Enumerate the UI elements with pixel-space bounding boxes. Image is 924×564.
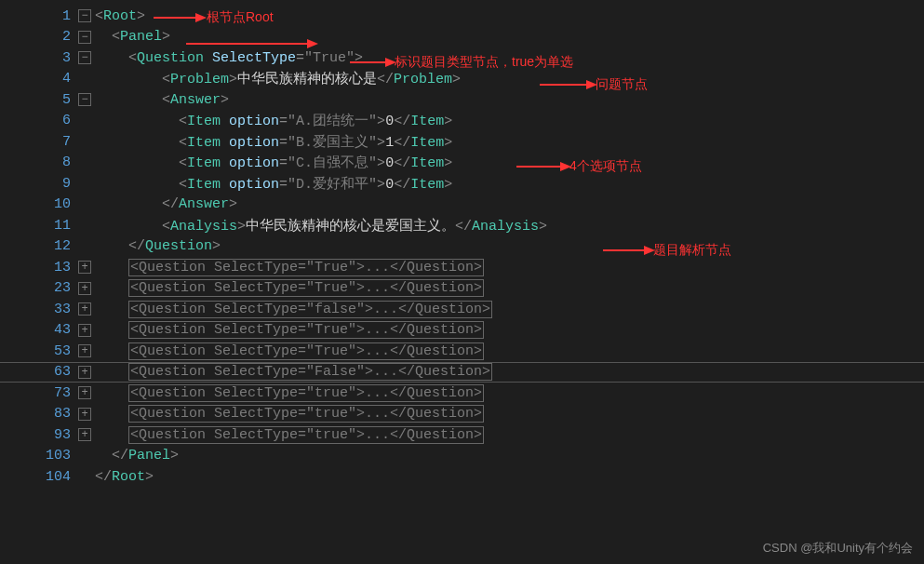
fold-collapse-icon[interactable]: −: [78, 51, 91, 64]
code-content[interactable]: </Answer>: [95, 196, 237, 212]
code-line[interactable]: 11 <Analysis>中华民族精神的核心是爱国主义。</Analysis>: [0, 215, 924, 236]
code-line[interactable]: 103 </Panel>: [0, 446, 924, 467]
line-number: 63: [0, 364, 78, 380]
code-content[interactable]: <Question SelectType="true">...</Questio…: [95, 426, 484, 444]
code-line[interactable]: 5− <Answer>: [0, 89, 924, 111]
fold-expand-icon[interactable]: +: [78, 344, 91, 357]
code-content[interactable]: <Question SelectType="True">...</Questio…: [95, 342, 484, 360]
code-content[interactable]: <Question SelectType="true">...</Questio…: [95, 384, 484, 402]
code-content[interactable]: <Question SelectType="false">...</Questi…: [95, 301, 492, 318]
code-content[interactable]: <Question SelectType="True">: [95, 50, 363, 66]
line-number: 43: [0, 322, 78, 338]
code-content[interactable]: <Question SelectType="True">...</Questio…: [95, 321, 484, 339]
code-content[interactable]: <Question SelectType="true">...</Questio…: [95, 405, 484, 423]
annotation-arrow: [516, 166, 560, 168]
line-number: 23: [0, 280, 78, 296]
line-number: 12: [0, 238, 78, 254]
code-line[interactable]: 43+ <Question SelectType="True">...</Que…: [0, 320, 924, 342]
annotation-arrow: [540, 84, 586, 86]
fold-expand-icon[interactable]: +: [78, 408, 91, 421]
annotation-arrow: [186, 43, 307, 45]
collapsed-region[interactable]: <Question SelectType="False">...</Questi…: [128, 363, 492, 381]
fold-expand-icon[interactable]: +: [78, 366, 91, 379]
collapsed-region[interactable]: <Question SelectType="True">...</Questio…: [128, 342, 484, 360]
code-content[interactable]: </Root>: [95, 469, 154, 485]
code-content[interactable]: <Analysis>中华民族精神的核心是爱国主义。</Analysis>: [95, 217, 547, 235]
fold-collapse-icon[interactable]: −: [78, 93, 91, 106]
line-number: 4: [0, 71, 78, 87]
annotation-text: 问题节点: [596, 76, 648, 93]
code-line[interactable]: 73+ <Question SelectType="true">...</Que…: [0, 383, 924, 404]
line-number: 53: [0, 343, 78, 359]
code-editor[interactable]: 1−<Root>2− <Panel>3− <Question SelectTyp…: [0, 0, 924, 488]
line-number: 11: [0, 218, 78, 234]
code-content[interactable]: </Question>: [95, 238, 221, 254]
line-number: 6: [0, 113, 78, 128]
annotation-arrow: [603, 249, 644, 251]
annotation-arrow: [154, 17, 195, 19]
annotation-arrow: [350, 61, 385, 63]
line-number: 7: [0, 134, 78, 150]
code-content[interactable]: <Question SelectType="True">...</Questio…: [95, 279, 484, 297]
line-number: 104: [0, 469, 78, 485]
code-content[interactable]: <Problem>中华民族精神的核心是</Problem>: [95, 70, 461, 87]
collapsed-region[interactable]: <Question SelectType="True">...</Questio…: [128, 279, 484, 297]
code-line[interactable]: 10 </Answer>: [0, 195, 924, 216]
line-number: 103: [0, 448, 78, 463]
code-line[interactable]: 93+ <Question SelectType="true">...</Que…: [0, 424, 924, 446]
line-number: 73: [0, 385, 78, 401]
fold-expand-icon[interactable]: +: [78, 302, 91, 316]
line-number: 8: [0, 154, 78, 170]
code-content[interactable]: </Panel>: [95, 448, 179, 463]
code-line[interactable]: 8 <Item option="C.自强不息">0</Item>: [0, 153, 924, 174]
collapsed-region[interactable]: <Question SelectType="true">...</Questio…: [128, 384, 484, 402]
code-line[interactable]: 6 <Item option="A.团结统一">0</Item>: [0, 111, 924, 132]
fold-expand-icon[interactable]: +: [78, 428, 91, 441]
code-line[interactable]: 33+ <Question SelectType="false">...</Qu…: [0, 299, 924, 320]
fold-expand-icon[interactable]: +: [78, 261, 91, 274]
annotation-arrow-head: [307, 39, 318, 48]
fold-collapse-icon[interactable]: −: [78, 9, 91, 22]
line-number: 9: [0, 176, 78, 192]
line-number: 10: [0, 196, 78, 212]
code-line[interactable]: 83+ <Question SelectType="true">...</Que…: [0, 404, 924, 425]
code-content[interactable]: <Item option="B.爱国主义">1</Item>: [95, 133, 452, 151]
annotation-text: 根节点Root: [207, 9, 274, 26]
code-content[interactable]: <Root>: [95, 8, 145, 24]
code-line[interactable]: 53+ <Question SelectType="True">...</Que…: [0, 341, 924, 362]
code-line[interactable]: 13+ <Question SelectType="True">...</Que…: [0, 257, 924, 278]
collapsed-region[interactable]: <Question SelectType="true">...</Questio…: [128, 426, 484, 444]
code-line[interactable]: 2− <Panel>: [0, 27, 924, 48]
line-number: 83: [0, 406, 78, 422]
collapsed-region[interactable]: <Question SelectType="false">...</Questi…: [128, 301, 492, 318]
code-line[interactable]: 4 <Problem>中华民族精神的核心是</Problem>: [0, 69, 924, 90]
code-content[interactable]: <Item option="D.爱好和平">0</Item>: [95, 175, 452, 193]
code-content[interactable]: <Answer>: [95, 92, 229, 108]
fold-collapse-icon[interactable]: −: [78, 31, 91, 44]
collapsed-region[interactable]: <Question SelectType="True">...</Questio…: [128, 321, 484, 339]
code-content[interactable]: <Panel>: [95, 29, 170, 45]
line-number: 13: [0, 260, 78, 275]
line-number: 2: [0, 29, 78, 45]
code-line[interactable]: 12 </Question>: [0, 236, 924, 258]
watermark: CSDN @我和Unity有个约会: [763, 540, 913, 557]
code-line[interactable]: 104</Root>: [0, 466, 924, 488]
code-content[interactable]: <Question SelectType="False">...</Questi…: [95, 363, 492, 381]
code-content[interactable]: <Item option="A.团结统一">0</Item>: [95, 112, 452, 129]
fold-expand-icon[interactable]: +: [78, 324, 91, 337]
code-line[interactable]: 1−<Root>: [0, 6, 924, 27]
annotation-arrow-head: [195, 13, 207, 22]
code-line[interactable]: 9 <Item option="D.爱好和平">0</Item>: [0, 173, 924, 195]
line-number: 3: [0, 50, 78, 66]
annotation-text: 4个选项节点: [569, 158, 642, 175]
fold-expand-icon[interactable]: +: [78, 386, 91, 399]
collapsed-region[interactable]: <Question SelectType="True">...</Questio…: [128, 259, 484, 276]
fold-expand-icon[interactable]: +: [78, 282, 91, 295]
code-content[interactable]: <Item option="C.自强不息">0</Item>: [95, 154, 452, 171]
code-line[interactable]: 7 <Item option="B.爱国主义">1</Item>: [0, 131, 924, 153]
code-content[interactable]: <Question SelectType="True">...</Questio…: [95, 259, 484, 276]
collapsed-region[interactable]: <Question SelectType="true">...</Questio…: [128, 405, 484, 423]
line-number: 93: [0, 427, 78, 443]
code-line[interactable]: 63+ <Question SelectType="False">...</Qu…: [0, 362, 924, 383]
code-line[interactable]: 23+ <Question SelectType="True">...</Que…: [0, 278, 924, 300]
